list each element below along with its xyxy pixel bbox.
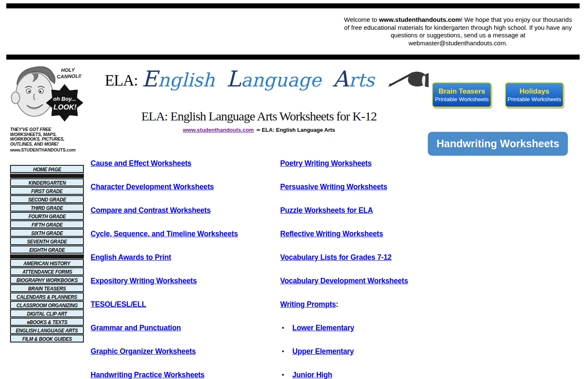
link-compare-and-contrast-worksheets[interactable]: Compare and Contrast Worksheets [91, 206, 211, 214]
link-junior-high[interactable]: Junior High [292, 371, 332, 379]
link-english-awards-to-print[interactable]: English Awards to Print [91, 253, 171, 261]
sidebar-item-label: FIFTH GRADE [31, 221, 62, 228]
link-graphic-organizer-worksheets[interactable]: Graphic Organizer Worksheets [91, 347, 196, 355]
link-upper-elementary[interactable]: Upper Elementary [292, 347, 354, 355]
link-reflective-writing-worksheets[interactable]: Reflective Writing Worksheets [280, 230, 383, 238]
link-lower-elementary[interactable]: Lower Elementary [292, 324, 354, 332]
sidebar-item-kindergarten[interactable]: KINDERGARTEN [10, 178, 84, 186]
sidebar-item-classroom-organizing[interactable]: CLASSROOM ORGANIZING [10, 301, 84, 309]
holy-cannoli-text: HOLY [61, 67, 75, 73]
link-puzzle-worksheets-for-ela[interactable]: Puzzle Worksheets for ELA [280, 206, 373, 214]
link-cycle-sequence-and-timeline-worksheets[interactable]: Cycle, Sequence, and Timeline Worksheets [91, 230, 238, 238]
breadcrumb-home-link[interactable]: www.studenthandouts.com [183, 127, 254, 133]
topic-row: Character Development Worksheets [91, 183, 277, 206]
breadcrumb-current: ELA: English Language Arts [262, 127, 335, 133]
sidebar-item-first-grade[interactable]: FIRST GRADE [10, 187, 84, 195]
logo-tagline-line: THEY'VE GOT FREE [10, 127, 84, 132]
topic-links-left-column: Cause and Effect WorksheetsCharacter Dev… [91, 159, 277, 379]
sidebar-item-brain-teasers[interactable]: BRAIN TEASERS [10, 284, 84, 292]
link-expository-writing-worksheets[interactable]: Expository Writing Worksheets [91, 277, 197, 285]
sidebar-separator [10, 254, 84, 259]
sidebar-item-sixth-grade[interactable]: SIXTH GRADE [10, 229, 84, 237]
welcome-site-name: www.studenthandouts.com [379, 16, 461, 23]
link-poetry-writing-worksheets[interactable]: Poetry Writing Worksheets [280, 159, 372, 167]
sidebar-item-seventh-grade[interactable]: SEVENTH GRADE [10, 237, 84, 245]
sidebar-item-label: SEVENTH GRADE [27, 238, 67, 245]
handwriting-worksheets-button[interactable]: Handwriting Worksheets [428, 132, 568, 156]
link-tesol-esl-ell[interactable]: TESOL/ESL/ELL [91, 300, 146, 308]
sidebar-item-label: ATTENDANCE FORMS [22, 268, 72, 275]
topic-row: Graphic Organizer Worksheets [91, 347, 277, 371]
sidebar-item-home-page[interactable]: HOME PAGE [10, 165, 84, 173]
sidebar-item-film-book-guides[interactable]: FILM & BOOK GUIDES [10, 335, 84, 342]
topic-row: Puzzle Worksheets for ELA [280, 206, 467, 230]
brain-teasers-button[interactable]: Brain Teasers Printable Worksheets [432, 82, 492, 107]
topic-row: Persuasive Writing Worksheets [280, 183, 467, 206]
welcome-prefix: Welcome to [344, 16, 379, 23]
topic-row: Handwriting Practice Worksheets [91, 371, 277, 379]
topic-row: •Lower Elementary [280, 324, 467, 347]
script-title: EnglishLanguageArts [142, 66, 386, 91]
topic-row: English Awards to Print [91, 253, 277, 277]
topic-row: Poetry Writing Worksheets [280, 159, 467, 183]
sidebar-item-fourth-grade[interactable]: FOURTH GRADE [10, 212, 84, 220]
sidebar-item-label: FOURTH GRADE [28, 213, 65, 220]
sidebar-item-label: FIRST GRADE [31, 188, 63, 195]
link-writing-prompts[interactable]: Writing Prompts [280, 300, 336, 308]
topic-row: •Upper Elementary [280, 347, 467, 371]
sidebar-item-label: CALENDARS & PLANNERS [17, 293, 78, 301]
sidebar-item-english-language-arts[interactable]: ENGLISH LANGUAGE ARTS [10, 326, 84, 334]
sidebar-item-third-grade[interactable]: THIRD GRADE [10, 204, 84, 212]
link-vocabulary-development-worksheets[interactable]: Vocabulary Development Worksheets [280, 277, 408, 285]
link-grammar-and-punctuation[interactable]: Grammar and Punctuation [91, 324, 181, 332]
top-divider-bar [6, 3, 580, 8]
script-word: Arts [333, 69, 375, 91]
sidebar-item-label: BIOGRAPHY WORKBOOKS [16, 277, 78, 284]
brain-teasers-title: Brain Teasers [438, 87, 485, 96]
script-word: Language [226, 69, 321, 91]
sidebar-item-label: ENGLISH LANGUAGE ARTS [16, 327, 78, 334]
script-word: English [142, 69, 215, 91]
link-character-development-worksheets[interactable]: Character Development Worksheets [91, 183, 214, 191]
bullet-icon: • [282, 324, 292, 331]
link-persuasive-writing-worksheets[interactable]: Persuasive Writing Worksheets [280, 183, 387, 191]
logo-tagline-line: WORKBOOKS, PICTURES, [10, 137, 84, 142]
sidebar-item-american-history[interactable]: AMERICAN HISTORY [10, 259, 84, 267]
topic-row: Vocabulary Lists for Grades 7-12 [280, 253, 467, 277]
topic-row: Vocabulary Development Worksheets [280, 277, 467, 300]
link-vocabulary-lists-for-grades-7-12[interactable]: Vocabulary Lists for Grades 7-12 [280, 253, 392, 261]
sidebar-item-label: EIGHTH GRADE [29, 246, 65, 254]
holidays-subtitle: Printable Worksheets [507, 96, 561, 103]
topic-row: Grammar and Punctuation [91, 324, 277, 347]
sidebar-item-ebooks-texts[interactable]: eBOOKS & TEXTS [10, 318, 84, 326]
sidebar-item-label: SECOND GRADE [28, 196, 66, 203]
breadcrumb-arrow-icon: ↠ [254, 127, 262, 133]
topic-row: Cycle, Sequence, and Timeline Worksheets [91, 230, 277, 253]
link-cause-and-effect-worksheets[interactable]: Cause and Effect Worksheets [91, 159, 191, 167]
sidebar-item-fifth-grade[interactable]: FIFTH GRADE [10, 220, 84, 228]
sidebar-item-label: SIXTH GRADE [31, 230, 63, 237]
sidebar-item-label: FILM & BOOK GUIDES [22, 335, 72, 342]
page-title: ELA: English Language Arts Worksheets fo… [105, 109, 413, 123]
link-handwriting-practice-worksheets[interactable]: Handwriting Practice Worksheets [91, 371, 205, 379]
svg-text:CANNOLI!: CANNOLI! [57, 73, 81, 80]
holidays-button[interactable]: Holidays Printable Worksheets [505, 82, 564, 107]
sidebar-item-digital-clip-art[interactable]: DIGITAL CLIP ART [10, 309, 84, 317]
sidebar-nav: HOME PAGEKINDERGARTENFIRST GRADESECOND G… [10, 165, 84, 343]
sidebar-item-calendars-planners[interactable]: CALENDARS & PLANNERS [10, 293, 84, 301]
logo-tagline-line: OUTLINES, AND MORE! [10, 142, 84, 147]
sidebar-item-label: AMERICAN HISTORY [23, 260, 70, 267]
sidebar-item-eighth-grade[interactable]: EIGHTH GRADE [10, 246, 84, 254]
ela-banner: ELA: EnglishLanguageArts [105, 66, 413, 108]
sidebar-item-attendance-forms[interactable]: ATTENDANCE FORMS [10, 267, 84, 275]
colon-text: : [336, 300, 338, 308]
sidebar-item-label: HOME PAGE [33, 166, 61, 173]
bullet-icon: • [282, 348, 292, 355]
bubble-text-line2: LOOK! [54, 103, 77, 111]
breadcrumb: www.studenthandouts.com↠ELA: English Lan… [105, 127, 413, 133]
page-header: ELA: EnglishLanguageArts ELA: English La… [105, 66, 413, 133]
sidebar-separator [10, 173, 84, 178]
sidebar-item-second-grade[interactable]: SECOND GRADE [10, 195, 84, 203]
topic-row: Writing Prompts: [280, 300, 467, 324]
sidebar-item-biography-workbooks[interactable]: BIOGRAPHY WORKBOOKS [10, 276, 84, 284]
